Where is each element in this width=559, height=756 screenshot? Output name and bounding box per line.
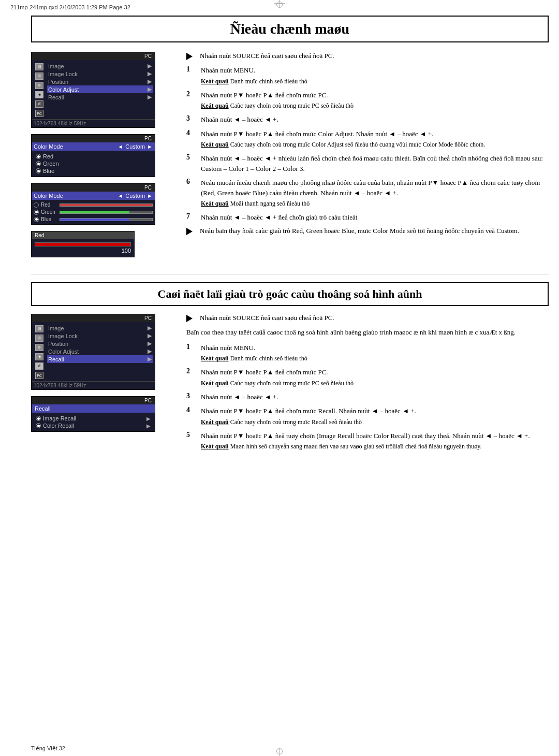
step2-num: 2	[186, 90, 196, 98]
step5-num: 5	[186, 153, 196, 162]
step4-result-text: Caùc tuøy choïn coù trong muïc Color Adj…	[230, 141, 486, 148]
section1-note-text: Neáu baïn thay ñoåi caùc giaù trò Red, G…	[200, 227, 519, 235]
recall-label: Recall	[32, 404, 155, 413]
section2-left: PC ▤ ⊞ ⊕ ◈ ↺ PC Image ▶	[31, 314, 176, 455]
s2-step4: 4 Nhaán nuùt P▼ hoaëc P▲ ñeå choïn muïc …	[186, 406, 549, 427]
menu-box-1: PC ▤ ⊞ ⊕ ◈ ↺ PC Image ▶	[31, 52, 155, 128]
step7: 7 Nhaán nuùt ◄ – hoaëc ◄ + ñeå choïn gia…	[186, 212, 549, 223]
s2-step2-text: Nhaán nuùt P▼ hoaëc P▲ ñeå choïn muïc PC…	[201, 367, 549, 377]
section-divider	[31, 274, 549, 274]
icon5-imagelock: ⊞	[35, 335, 43, 342]
icon-imagelock: ⊞	[35, 72, 43, 80]
menu6-header: PC	[32, 397, 155, 404]
step2-result-text: Caùc tuøy choïn coù trong muïc PC seõ ñi…	[230, 102, 354, 109]
section1-arrow-note: Nhaán nuùt SOURCE ñeå caøi saøu cheá ñoä…	[186, 52, 549, 60]
s2-step3-text: Nhaán nuùt ◄ – hoaëc ◄ +.	[201, 392, 549, 402]
recall-color: Color Recall ▶	[34, 422, 153, 429]
menu1-item-recall: Recall ▶	[47, 93, 153, 101]
red-bar-box: Red 100	[31, 231, 135, 257]
s2-step2-num: 2	[186, 367, 196, 375]
section1-right: Nhaán nuùt SOURCE ñeå caøi saøu cheá ñoä…	[186, 52, 549, 264]
menu2-body: Color Mode ◄ Custom ► Red Green	[32, 142, 155, 177]
step2-result: Keát quaû Caùc tuøy choïn coù trong muïc…	[201, 101, 549, 110]
icon-image: ▤	[35, 63, 43, 70]
radio-dot-red-2	[34, 202, 39, 208]
step3-num: 3	[186, 114, 196, 123]
s2-step1-result: Keát quaû Danh muïc chính seõ ñieàu thò	[201, 354, 549, 363]
s2-step5-num: 5	[186, 431, 196, 439]
s2-step4-num: 4	[186, 406, 196, 414]
s2-step5-label: Keát quaû	[201, 443, 229, 450]
s2-step2-label: Keát quaû	[201, 380, 229, 387]
s2-step1-text: Nhaán nuùt MENU.	[201, 343, 549, 353]
blue-bar	[60, 218, 153, 221]
green-bar-row: Green	[34, 209, 153, 215]
red-bar-track	[35, 242, 131, 246]
s2-step3-content: Nhaán nuùt ◄ – hoaëc ◄ +.	[201, 392, 549, 402]
step1-text: Nhaán nuùt MENU.	[201, 65, 549, 76]
main-content: Ñieàu chænh maøu PC ▤ ⊞ ⊕ ◈ ↺ PC	[31, 16, 549, 740]
menu1-icons: ▤ ⊞ ⊕ ◈ ↺ PC	[34, 62, 45, 117]
step6-text: Neáu muoán ñieàu chænh maøu cho phöông n…	[201, 178, 549, 198]
radio-dot-green-1	[36, 161, 41, 166]
page-header: 211mp-241mp.qxd 2/10/2003 1:29 PM Page 3…	[10, 4, 130, 10]
s2-step4-label: Keát quaû	[201, 418, 229, 426]
section2-arrow-note: Nhaán nuùt SOURCE ñeå caøi saøu cheá ñoä…	[186, 314, 549, 322]
menu1-body: ▤ ⊞ ⊕ ◈ ↺ PC Image ▶ Image Lock	[32, 60, 155, 119]
section1-title: Ñieàu chænh maøu	[31, 16, 549, 42]
section1-body: PC ▤ ⊞ ⊕ ◈ ↺ PC Image ▶	[31, 52, 549, 264]
step2: 2 Nhaán nuùt P▼ hoaëc P▲ ñeå choïn muïc …	[186, 90, 549, 111]
section1-left: PC ▤ ⊞ ⊕ ◈ ↺ PC Image ▶	[31, 52, 176, 264]
section1-note: Neáu baïn thay ñoåi caùc giaù trò Red, G…	[186, 227, 549, 235]
red-bar-body: 100	[32, 239, 134, 257]
step2-text: Nhaán nuùt P▼ hoaëc P▲ ñeå choïn muïc PC…	[201, 90, 549, 100]
blue-bar-row: Blue	[34, 216, 153, 222]
step7-num: 7	[186, 212, 196, 221]
menu5-body: ▤ ⊞ ⊕ ◈ ↺ PC Image ▶ Image Lock	[32, 322, 155, 381]
s2-step4-content: Nhaán nuùt P▼ hoaëc P▲ ñeå choïn muïc Re…	[201, 406, 549, 427]
step4-text: Nhaán nuùt P▼ hoaëc P▲ ñeå choïn muïc Co…	[201, 129, 549, 139]
menu1-footer: 1024x768 48kHz 59Hz	[32, 119, 155, 127]
page-footer: Tiếng Việt 32	[31, 745, 65, 752]
radio-dot-red-1	[36, 154, 41, 159]
step5: 5 Nhaán nuùt ◄ – hoaëc ◄ + nhieàu laàn ñ…	[186, 153, 549, 173]
menu1-item-position: Position ▶	[47, 78, 153, 85]
blue-bar-fill	[60, 219, 129, 221]
menu-box-5: PC ▤ ⊞ ⊕ ◈ ↺ PC Image ▶	[31, 314, 155, 390]
section2-intro: Baïn coø theø thay taëét caûå caøoc thoâ…	[186, 327, 549, 338]
menu-box-6: PC Recall Image Recall ▶ Color Recall ▶	[31, 396, 155, 432]
icon-coloradjust: ◈	[35, 91, 43, 98]
arrow-tri-1	[186, 53, 193, 60]
s2-step2-result: Keát quaû Caùc tuøy choïn coù trong muïc…	[201, 379, 549, 388]
step6-num: 6	[186, 178, 196, 186]
menu-box-2: PC Color Mode ◄ Custom ► Red Green	[31, 134, 155, 177]
radio-dot-colorrecall	[36, 423, 41, 428]
step5-text: Nhaán nuùt ◄ – hoaëc ◄ + nhieàu laàn ñeå…	[201, 153, 549, 173]
reg-circle-top	[276, 2, 283, 8]
step7-content: Nhaán nuùt ◄ – hoaëc ◄ + ñeå choïn giaù …	[201, 212, 549, 223]
recall-image: Image Recall ▶	[34, 415, 153, 422]
menu3-body: Color Mode ◄ Custom ► Red	[32, 192, 155, 224]
color-mode-row-2: Color Mode ◄ Custom ►	[32, 192, 155, 200]
step3-content: Nhaán nuùt ◄ – hoaëc ◄ +.	[201, 114, 549, 125]
menu6-body: Recall Image Recall ▶ Color Recall ▶	[32, 404, 155, 431]
s2-step1-content: Nhaán nuùt MENU. Keát quaû Danh muïc chí…	[201, 343, 549, 364]
menu5-item-recall: Recall ▶	[47, 355, 153, 363]
s2-step4-result: Keát quaû Caùc tuøy choïn coù trong muïc…	[201, 417, 549, 427]
red-bar-value: 100	[35, 248, 131, 254]
menu5-item-coloradjust: Color Adjust ▶	[47, 347, 153, 355]
menu3-header: PC	[32, 184, 155, 192]
s2-step5-content: Nhaán nuùt P▼ hoaëc P▲ ñeå tuøy choïn (I…	[201, 431, 549, 452]
green-bar-fill	[60, 211, 129, 213]
radio-red-1: Red	[34, 153, 153, 160]
radio-dot-imagerecall	[36, 416, 41, 421]
s2-step5-result: Keát quaû Maøn hình seõ chuyeån sang maø…	[201, 442, 549, 451]
s2-step2: 2 Nhaán nuùt P▼ hoaëc P▲ ñeå choïn muïc …	[186, 367, 549, 388]
step2-result-label: Keát quaû	[201, 102, 229, 109]
radio-dot-blue-1	[36, 168, 41, 173]
step2-content: Nhaán nuùt P▼ hoaëc P▲ ñeå choïn muïc PC…	[201, 90, 549, 111]
icon5-position: ⊕	[35, 344, 43, 351]
arrow-tri-note	[186, 228, 193, 235]
step1-result-text: Danh muïc chính seõ ñieàu thò	[230, 78, 307, 85]
menu5-footer: 1024x768 48kHz 59Hz	[32, 381, 155, 389]
